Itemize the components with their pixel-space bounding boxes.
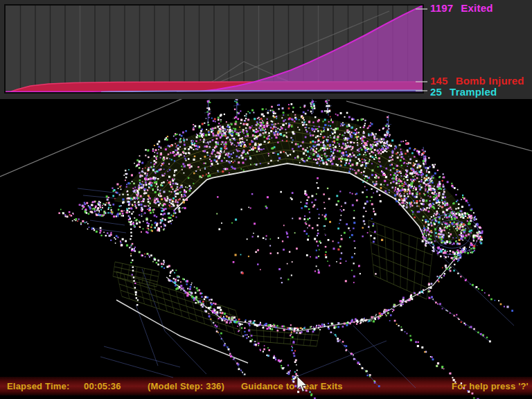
trampled-value: 25: [430, 87, 442, 98]
casualty-chart-panel: 1197Exited 145Bomb Injured 25Trampled: [0, 0, 532, 99]
trampled-text: Trampled: [450, 86, 497, 98]
trampled-count-label: 25Trampled: [430, 87, 497, 98]
status-bar: Elapsed Time: 00:05:36 (Model Step: 336)…: [0, 377, 532, 396]
mouse-cursor-icon: [296, 375, 310, 396]
exited-text: Exited: [461, 2, 493, 14]
exited-value: 1197: [430, 3, 453, 14]
elapsed-time-value: 00:05:36: [84, 381, 121, 391]
bomb-injured-text: Bomb Injured: [456, 75, 524, 87]
help-hint: For help press '?': [452, 381, 529, 391]
guidance-mode-indicator: Guidance to Near Exits: [241, 381, 343, 391]
exited-count-label: 1197Exited: [430, 3, 493, 14]
crowd-dots: [58, 95, 513, 399]
stadium-wireframe: [0, 92, 532, 388]
bomb-injured-value: 145: [430, 76, 448, 87]
simulation-viewport[interactable]: Elapsed Time: 00:05:36 (Model Step: 336)…: [0, 0, 532, 399]
model-step-indicator: (Model Step: 336): [148, 381, 224, 391]
elapsed-time-label: Elapsed Time:: [7, 381, 70, 391]
bomb-injured-count-label: 145Bomb Injured: [430, 76, 524, 87]
